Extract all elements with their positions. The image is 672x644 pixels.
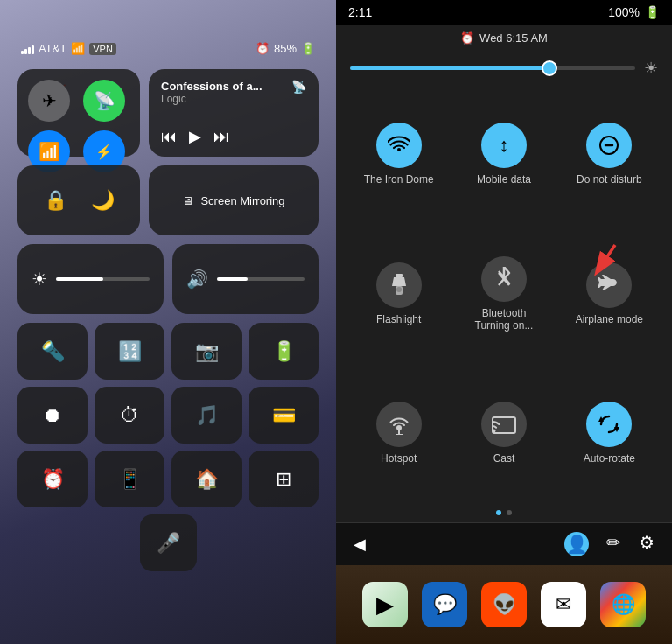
ios-forward-btn[interactable]: ⏭: [214, 128, 229, 146]
android-tile-flashlight[interactable]: Flashlight: [346, 221, 451, 367]
ios-airplane-btn[interactable]: ✈: [28, 80, 70, 122]
airplane-label: Airplane mode: [576, 313, 643, 326]
android-edit-btn[interactable]: ✏: [606, 532, 621, 556]
android-tile-hotspot[interactable]: Hotspot: [346, 368, 451, 500]
camera-icon: 📷: [195, 340, 219, 363]
wifi-icon: 📶: [38, 141, 60, 162]
ios-brightness-slider[interactable]: ☀: [18, 244, 164, 314]
signal-bar-2: [24, 49, 27, 54]
svg-rect-4: [396, 274, 402, 277]
hotspot-icon: 📡: [94, 90, 116, 111]
dock-app-messages[interactable]: 💬: [422, 582, 467, 627]
dock-app-gmail[interactable]: ✉: [541, 582, 586, 627]
play-store-icon: ▶: [376, 592, 394, 619]
android-alarm-bar: ⏰ Wed 6:15 AM: [336, 24, 672, 52]
android-tile-cast[interactable]: Cast: [452, 368, 556, 500]
dnd-svg-icon: [598, 135, 620, 156]
ios-alarm-icon: ⏰: [256, 42, 270, 55]
ios-hotspot-btn[interactable]: 📡: [83, 80, 125, 122]
android-brightness-bar: ☀: [336, 52, 672, 85]
ios-wifi-icon: 📶: [71, 42, 85, 55]
ios-vpn-badge: VPN: [89, 43, 116, 55]
ios-status-bar: AT&T 📶 VPN ⏰ 85% 🔋: [18, 35, 318, 62]
soundwave-icon: 🎵: [195, 404, 219, 427]
autorotate-svg-icon: [598, 413, 620, 436]
bluetooth-svg-icon: [494, 267, 514, 291]
ios-tile-remote[interactable]: 📱: [94, 451, 164, 508]
gmail-icon: ✉: [556, 593, 571, 616]
android-tile-mobile-data[interactable]: ↕ Mobile data: [452, 88, 556, 220]
dock-app-play[interactable]: ▶: [362, 582, 408, 627]
android-settings-btn[interactable]: ⚙: [639, 532, 654, 556]
hearing-icon: 🎤: [157, 532, 180, 555]
airplane-icon: ✈: [42, 90, 57, 111]
android-quick-tiles: The Iron Dome ↕ Mobile data Do not distu…: [336, 85, 672, 503]
ios-airplay-icon: 📡: [291, 80, 306, 94]
ios-tile-qr[interactable]: ⊞: [248, 451, 318, 508]
android-tile-autorotate[interactable]: Auto-rotate: [557, 368, 662, 500]
iron-dome-label: The Iron Dome: [364, 173, 434, 186]
svg-rect-11: [493, 417, 515, 433]
android-tile-iron-dome[interactable]: The Iron Dome: [346, 88, 451, 220]
brightness-track: [56, 277, 150, 281]
ios-icon-grid: 🔦 🔢 📷 🔋 ⏺ ⏱ 🎵 💳 ⏰: [18, 323, 318, 571]
ios-mid-section: 🔒 🌙 🖥 Screen Mirroring: [18, 165, 318, 235]
android-battery-text: 100%: [608, 5, 640, 19]
svg-marker-5: [392, 277, 406, 286]
ios-play-btn[interactable]: ▶: [189, 127, 201, 146]
ios-volume-slider[interactable]: 🔊: [172, 244, 318, 314]
ios-tile-alarm[interactable]: ⏰: [18, 451, 88, 508]
ios-rewind-btn[interactable]: ⏮: [161, 128, 177, 146]
battery-icon: 🔋: [272, 340, 296, 363]
remote-icon: 📱: [118, 468, 142, 491]
android-account-btn[interactable]: 👤: [564, 532, 589, 556]
brightness-slider-fill: [350, 66, 550, 70]
flashlight-tile-icon: [376, 262, 422, 308]
ios-tile-flashlight[interactable]: 🔦: [18, 323, 88, 380]
screen-mirror-icon: 🖥: [182, 194, 193, 207]
volume-track: [217, 277, 304, 281]
ios-tile-battery[interactable]: 🔋: [248, 323, 318, 380]
moon-icon: 🌙: [91, 189, 115, 212]
android-alarm-text: Wed 6:15 AM: [480, 32, 548, 45]
ios-tile-camera[interactable]: 📷: [172, 323, 242, 380]
ios-rotate-sleep-block: 🔒 🌙: [18, 165, 140, 235]
ios-tile-calculator[interactable]: 🔢: [94, 323, 164, 380]
wifi-svg-icon: [388, 136, 410, 155]
dock-app-reddit[interactable]: 👽: [481, 582, 527, 627]
chrome-icon: 🌐: [612, 593, 635, 616]
ios-sleep-btn[interactable]: 🌙: [83, 181, 122, 220]
mobile-data-label: Mobile data: [477, 173, 531, 186]
hotspot-label: Hotspot: [381, 452, 416, 465]
signal-bar-3: [28, 47, 31, 54]
bluetooth-icon: ⚡: [95, 144, 113, 160]
android-tile-dnd[interactable]: Do not disturb: [557, 88, 662, 220]
ios-sliders-section: ☀ 🔊: [18, 244, 318, 314]
ios-tile-hearing[interactable]: 🎤: [140, 514, 197, 571]
svg-point-7: [396, 287, 402, 292]
ios-tile-home[interactable]: 🏠: [172, 451, 242, 508]
ios-screen-mirror-block[interactable]: 🖥 Screen Mirroring: [149, 165, 318, 235]
android-tile-bluetooth[interactable]: Bluetooth Turning on...: [452, 221, 556, 367]
volume-icon: 🔊: [186, 269, 208, 290]
brightness-slider-track[interactable]: [350, 66, 635, 70]
android-tile-airplane[interactable]: Airplane mode: [557, 221, 662, 367]
autorotate-label: Auto-rotate: [584, 452, 635, 465]
ios-tile-record[interactable]: ⏺: [18, 387, 88, 444]
hotspot-tile-icon: [376, 402, 422, 447]
messages-icon: 💬: [433, 593, 457, 616]
android-back-btn[interactable]: ◀: [354, 535, 366, 554]
signal-bar-1: [21, 51, 24, 54]
ios-tile-soundwave[interactable]: 🎵: [172, 387, 242, 444]
ios-tile-timer[interactable]: ⏱: [94, 387, 164, 444]
flashlight-svg-icon: [389, 274, 409, 297]
cast-svg-icon: [492, 414, 516, 435]
cast-tile-icon: [481, 402, 527, 447]
ios-tile-wallet[interactable]: 💳: [248, 387, 318, 444]
ios-battery-icon: 🔋: [301, 42, 315, 55]
home-icon: 🏠: [195, 468, 219, 491]
android-page-dots: [336, 503, 672, 522]
dock-app-chrome[interactable]: 🌐: [600, 582, 646, 627]
ios-rotate-lock-btn[interactable]: 🔒: [36, 181, 74, 220]
ios-control-center: AT&T 📶 VPN ⏰ 85% 🔋 ✈ 📡 📶: [18, 35, 318, 626]
